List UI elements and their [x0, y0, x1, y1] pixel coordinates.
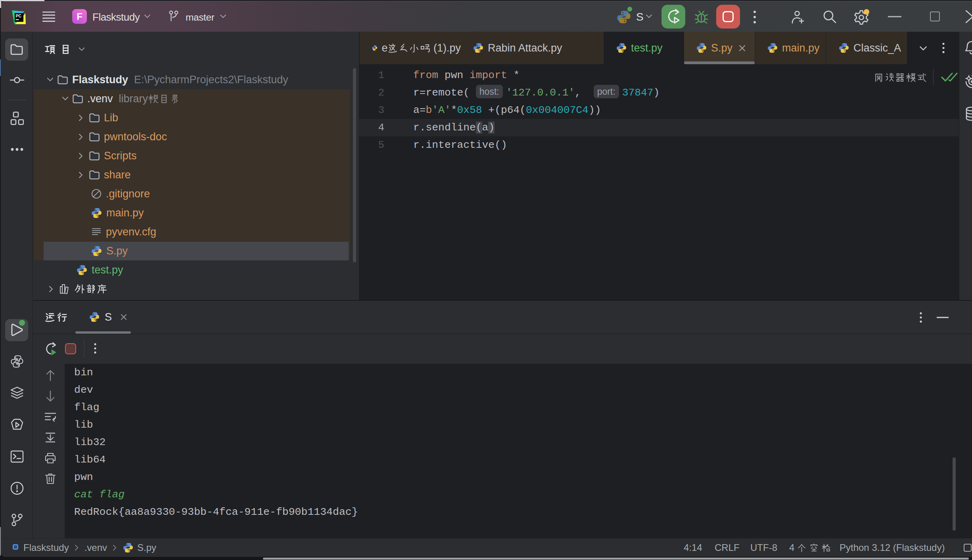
- svg-text:PC: PC: [16, 13, 22, 18]
